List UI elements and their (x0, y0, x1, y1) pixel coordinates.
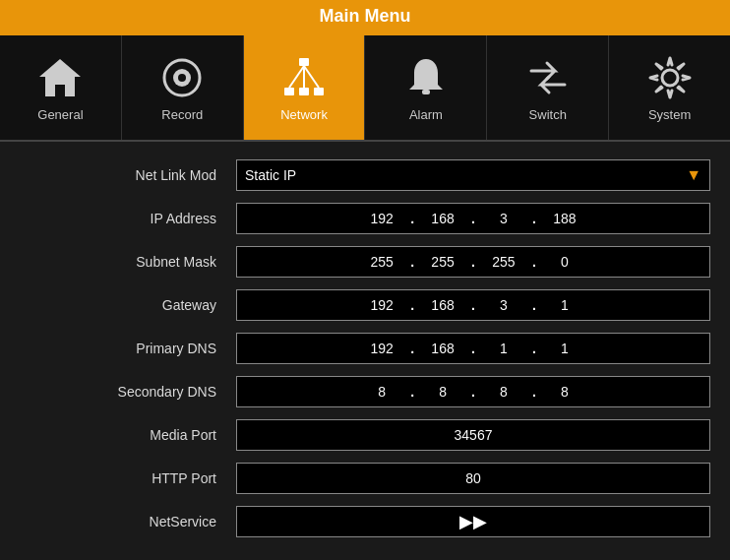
ip-dot-2: . (471, 211, 475, 226)
sdns-dot-3: . (532, 384, 536, 400)
ip-dot-3: . (532, 211, 536, 226)
secondary-dns-input[interactable]: . . . (236, 376, 710, 407)
switch-icon (524, 54, 572, 101)
http-port-value[interactable] (237, 470, 709, 486)
net-link-mod-field: Static IP ▼ (236, 159, 710, 191)
ip-address-input[interactable]: . . . (236, 203, 710, 234)
svg-rect-5 (284, 88, 294, 95)
gateway-dot-1: . (410, 297, 414, 313)
primary-dns-field: . . . (236, 333, 710, 364)
netservice-button[interactable]: ▶▶ (236, 506, 710, 537)
nav-alarm-label: Alarm (409, 107, 443, 122)
netservice-row: NetService ▶▶ (20, 504, 710, 539)
gateway-c[interactable] (479, 297, 528, 313)
subnet-mask-row: Subnet Mask . . . (20, 244, 710, 280)
ip-address-row: IP Address . . . (20, 201, 710, 236)
pdns-dot-2: . (471, 341, 475, 356)
svg-line-8 (289, 66, 304, 88)
secondary-dns-d[interactable] (540, 384, 589, 400)
nav-general[interactable]: General (0, 35, 122, 140)
gateway-dot-3: . (532, 297, 536, 313)
ip-address-field: . . . (236, 203, 710, 234)
main-title: Main Menu (320, 6, 411, 26)
netservice-value: ▶▶ (459, 511, 487, 532)
ip-address-c[interactable] (479, 211, 528, 226)
alarm-icon (402, 54, 450, 101)
nav-general-label: General (37, 107, 83, 122)
ip-address-b[interactable] (418, 211, 467, 226)
sdns-dot-2: . (471, 384, 475, 400)
media-port-label: Media Port (20, 427, 236, 443)
secondary-dns-b[interactable] (418, 384, 467, 400)
subnet-mask-field: . . . (236, 246, 710, 278)
net-link-mod-label: Net Link Mod (20, 167, 236, 183)
svg-line-10 (304, 66, 319, 88)
nav-switch-label: Switch (529, 107, 567, 122)
http-port-input[interactable] (236, 463, 710, 494)
dropdown-arrow-icon: ▼ (686, 166, 701, 184)
primary-dns-d[interactable] (540, 341, 589, 356)
title-bar: Main Menu (0, 0, 730, 35)
nav-bar: General Record Network (0, 35, 730, 142)
svg-rect-4 (299, 58, 309, 66)
gateway-d[interactable] (540, 297, 589, 313)
general-icon (36, 54, 84, 101)
secondary-dns-c[interactable] (479, 384, 528, 400)
gateway-label: Gateway (20, 297, 236, 313)
net-link-mod-row: Net Link Mod Static IP ▼ (20, 157, 710, 193)
svg-rect-7 (314, 88, 324, 95)
svg-point-12 (662, 70, 678, 86)
nav-network[interactable]: Network (244, 35, 366, 140)
network-icon (280, 54, 328, 101)
ip-dot-1: . (410, 211, 414, 226)
primary-dns-row: Primary DNS . . . (20, 331, 710, 366)
nav-record[interactable]: Record (122, 35, 244, 140)
secondary-dns-row: Secondary DNS . . . (20, 374, 710, 409)
primary-dns-a[interactable] (357, 341, 406, 356)
gateway-input[interactable]: . . . (236, 289, 710, 321)
subnet-mask-input[interactable]: . . . (236, 246, 710, 278)
gateway-dot-2: . (471, 297, 475, 313)
system-icon (646, 54, 694, 101)
primary-dns-b[interactable] (418, 341, 467, 356)
subnet-dot-1: . (410, 254, 414, 270)
primary-dns-input[interactable]: . . . (236, 333, 710, 364)
secondary-dns-a[interactable] (357, 384, 406, 400)
gateway-a[interactable] (357, 297, 406, 313)
subnet-mask-b[interactable] (418, 254, 467, 270)
pdns-dot-3: . (532, 341, 536, 356)
ip-address-a[interactable] (357, 211, 406, 226)
ip-address-d[interactable] (540, 211, 589, 226)
nav-switch[interactable]: Switch (487, 35, 609, 140)
subnet-dot-2: . (471, 254, 475, 270)
secondary-dns-field: . . . (236, 376, 710, 407)
nav-alarm[interactable]: Alarm (365, 35, 487, 140)
nav-network-label: Network (280, 107, 328, 122)
http-port-row: HTTP Port (20, 461, 710, 496)
gateway-field: . . . (236, 289, 710, 321)
record-icon (158, 54, 206, 101)
nav-record-label: Record (161, 107, 203, 122)
primary-dns-c[interactable] (479, 341, 528, 356)
secondary-dns-label: Secondary DNS (20, 384, 236, 400)
gateway-row: Gateway . . . (20, 287, 710, 323)
pdns-dot-1: . (410, 341, 414, 356)
media-port-input[interactable] (236, 419, 710, 451)
svg-point-3 (178, 74, 186, 82)
svg-rect-6 (299, 88, 309, 95)
media-port-value[interactable] (237, 427, 709, 443)
svg-rect-11 (422, 90, 430, 94)
subnet-mask-d[interactable] (540, 254, 589, 270)
netservice-label: NetService (20, 514, 236, 529)
sdns-dot-1: . (410, 384, 414, 400)
media-port-row: Media Port (20, 417, 710, 453)
primary-dns-label: Primary DNS (20, 341, 236, 356)
subnet-mask-c[interactable] (479, 254, 528, 270)
content-area: Net Link Mod Static IP ▼ IP Address . . … (0, 142, 730, 560)
net-link-mod-dropdown[interactable]: Static IP ▼ (236, 159, 710, 191)
netservice-field: ▶▶ (236, 506, 710, 537)
subnet-mask-a[interactable] (357, 254, 406, 270)
ip-address-label: IP Address (20, 211, 236, 226)
nav-system[interactable]: System (609, 35, 730, 140)
gateway-b[interactable] (418, 297, 467, 313)
